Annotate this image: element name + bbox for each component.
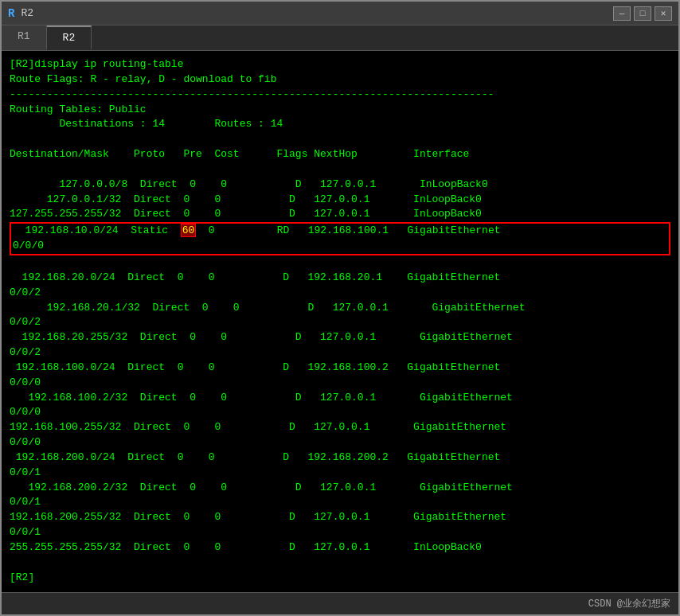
tab-r2[interactable]: R2 (47, 25, 92, 50)
terminal-wrap: [R2]display ip routing-table Route Flags… (2, 51, 678, 592)
watermark: CSDN @业余幻想家 (588, 597, 670, 610)
minimize-button[interactable]: — (613, 6, 631, 21)
app-icon: R (8, 7, 14, 20)
window-controls: — □ ✕ (613, 6, 672, 21)
terminal-content: [R2]display ip routing-table Route Flags… (10, 57, 670, 586)
title-text: R2 (21, 7, 33, 19)
tab-r1[interactable]: R1 (2, 25, 47, 50)
bottom-bar: CSDN @业余幻想家 (2, 592, 678, 614)
main-window: R R2 — □ ✕ R1 R2 [R2]display ip routing-… (0, 0, 680, 616)
close-button[interactable]: ✕ (655, 6, 672, 21)
maximize-button[interactable]: □ (634, 6, 651, 21)
title-bar: R R2 — □ ✕ (2, 2, 678, 25)
terminal[interactable]: [R2]display ip routing-table Route Flags… (2, 51, 678, 592)
tab-bar: R1 R2 (2, 25, 678, 51)
